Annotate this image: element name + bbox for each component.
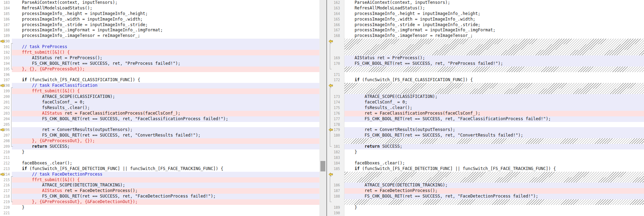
gutter-cell	[327, 44, 344, 50]
vertical-scrollbar-thumb[interactable]	[320, 161, 325, 171]
code-line[interactable]: 184 RefresAllModelsLoadStatus();	[0, 6, 319, 11]
code-line[interactable]: 186 processImageInfo_.width = inputImage…	[0, 17, 319, 22]
code-line[interactable]: 204 FS_CHK_BOOL_RET(ret == SUCCESS, ret,…	[0, 116, 319, 122]
code-line[interactable]: 220 }	[0, 205, 319, 210]
code-line[interactable]: 214 // task FaceDetectionProcess	[0, 172, 319, 177]
code-line[interactable]: 186 ATRACE_SCOPE(DETECTION_TRACKING);	[327, 183, 644, 188]
code-line[interactable]: 166 processImageInfo_.stride = inputImag…	[327, 22, 644, 28]
code-line[interactable]: 219 }, {&PreProcessOut}, {&FaceDetection…	[0, 199, 319, 205]
line-number: 199	[3, 89, 10, 93]
code-line[interactable]: 206 ret = ConvertResults(outputTensors);	[0, 127, 319, 133]
code-line[interactable]: 188 processImageInfo_.imgFormat = inputI…	[0, 28, 319, 33]
code-line[interactable]: 170 FS_CHK_BOOL_RET(ret == SUCCESS, ret,…	[327, 61, 644, 67]
code-text: ret = ConvertResults(outputTensors);	[12, 127, 319, 133]
code-line[interactable]: 162 ParseAiContext(context, inputTensors…	[327, 0, 644, 6]
code-line[interactable]: 198 // task FaceClassification	[0, 83, 319, 88]
code-line[interactable]: 213 if (funcSwitch_[FS_FACE_DETECTION_FU…	[0, 166, 319, 172]
code-line[interactable]: 201 faceClsConf_ = 0;	[0, 100, 319, 105]
merge-left-arrow-icon[interactable]	[328, 172, 333, 176]
code-text: ParseAiContext(context, inputTensors);	[12, 0, 319, 6]
missing-line[interactable]	[327, 138, 644, 144]
code-line[interactable]: 216 ATRACE_SCOPE(DETECTION_TRACKING);	[0, 183, 319, 188]
code-line[interactable]: 176 ret = FaceClassificationProcess(face…	[327, 111, 644, 116]
code-line[interactable]: 203 AIStatus ret = FaceClassificationPro…	[0, 111, 319, 116]
code-line[interactable]: 215 ffrt_submit([&]() {	[0, 177, 319, 183]
code-line[interactable]: 217 AIStatus ret = FaceDetectionProcess(…	[0, 188, 319, 194]
code-line[interactable]: 193 AIStatus ret = PreProcess();	[0, 55, 319, 61]
merge-right-arrow-icon[interactable]	[0, 128, 5, 132]
code-line[interactable]: 181 return SUCCESS;	[327, 144, 644, 149]
code-line[interactable]: 200 ATRACE_SCOPE(CLASSIFICATION);	[0, 94, 319, 100]
code-line[interactable]: 191 // task PreProcess	[0, 44, 319, 50]
code-line[interactable]: 210 }	[0, 149, 319, 155]
code-line[interactable]: 182 }	[327, 149, 644, 155]
code-line[interactable]: 192 ffrt_submit([&]() {	[0, 50, 319, 55]
code-line[interactable]: 165 processImageInfo_.width = inputImage…	[327, 17, 644, 22]
code-line[interactable]: 187 processImageInfo_.stride = inputImag…	[0, 22, 319, 28]
code-line[interactable]: 163 RefresAllModelsLoadStatus();	[327, 6, 644, 11]
left-pane[interactable]: 183 ParseAiContext(context, inputTensors…	[0, 0, 319, 216]
code-line[interactable]: 188 FS_CHK_BOOL_RET(ret == SUCCESS, ret,…	[327, 194, 644, 199]
code-line[interactable]: 174 faceClsConf_ = 0;	[327, 100, 644, 105]
code-line[interactable]: 194 FS_CHK_BOOL_RET(ret == SUCCESS, ret,…	[0, 61, 319, 67]
gutter-cell: 216	[0, 183, 12, 188]
code-line[interactable]: 207 FS_CHK_BOOL_RET(ret == SUCCESS, ret,…	[0, 133, 319, 138]
missing-line[interactable]	[327, 177, 644, 183]
missing-line[interactable]	[327, 50, 644, 55]
code-line[interactable]: 183	[327, 155, 644, 161]
code-line[interactable]: 208 }, {&PreProcessOut}, {});	[0, 138, 319, 144]
merge-left-arrow-icon[interactable]	[328, 128, 333, 132]
code-line[interactable]: 211	[0, 155, 319, 161]
code-line[interactable]: 180 FS_CHK_BOOL_RET(ret == SUCCESS, ret,…	[327, 133, 644, 138]
right-pane[interactable]: 162 ParseAiContext(context, inputTensors…	[327, 0, 644, 216]
code-line[interactable]: 178	[327, 122, 644, 128]
code-line[interactable]: 205	[0, 122, 319, 128]
code-line[interactable]: 185 processImageInfo_.height = inputImag…	[0, 11, 319, 17]
code-line[interactable]: 185 if (funcSwitch_[FS_FACE_DETECTION_FU…	[327, 166, 644, 172]
code-line[interactable]: 189 processImageInfo_.imageTensor = reIm…	[0, 33, 319, 39]
line-number: 162	[334, 1, 340, 5]
code-line[interactable]: 196	[0, 72, 319, 78]
code-line[interactable]: 218 FS_CHK_BOOL_RET(ret == SUCCESS, ret,…	[0, 194, 319, 199]
code-line[interactable]: 173 ATRACE_SCOPE(CLASSIFICATION);	[327, 94, 644, 100]
code-line[interactable]: 177 FS_CHK_BOOL_RET(ret == SUCCESS, ret,…	[327, 116, 644, 122]
merge-left-arrow-icon[interactable]	[328, 39, 333, 43]
merge-right-arrow-icon[interactable]	[0, 84, 5, 87]
code-line[interactable]: 197 if (funcSwitch_[FS_FACE_CLASSIFICATI…	[0, 77, 319, 83]
code-line[interactable]: 202 fsResults_.clear();	[0, 105, 319, 111]
missing-line[interactable]	[327, 199, 644, 205]
code-line[interactable]: 164 processImageInfo_.height = inputImag…	[327, 11, 644, 17]
merge-left-arrow-icon[interactable]	[328, 84, 333, 87]
code-line[interactable]: 209 return SUCCESS;	[0, 144, 319, 149]
gutter-cell: 210	[0, 149, 12, 155]
code-line[interactable]: 187 ret = FaceDetectionProcess();	[327, 188, 644, 194]
missing-line[interactable]	[327, 88, 644, 94]
code-line[interactable]: 195 }, {}, {&PreProcessOut});	[0, 67, 319, 72]
code-line[interactable]: 169 AIStatus ret = PreProcess();	[327, 55, 644, 61]
code-line[interactable]: 168 processImageInfo_.imageTensor = reIm…	[327, 33, 644, 39]
merge-right-arrow-icon[interactable]	[0, 39, 5, 43]
pane-splitter[interactable]	[319, 0, 327, 216]
code-line[interactable]: 190	[0, 39, 319, 44]
merge-right-arrow-icon[interactable]	[0, 172, 5, 176]
missing-line[interactable]	[327, 67, 644, 72]
code-line[interactable]: 190	[327, 210, 644, 216]
missing-line[interactable]	[327, 44, 644, 50]
missing-line[interactable]	[327, 172, 644, 177]
code-line[interactable]: 179 ret = ConvertResults(outputTensors);	[327, 127, 644, 133]
code-text: FS_CHK_BOOL_RET(ret == SUCCESS, ret, "Pr…	[12, 61, 319, 67]
code-text: AIStatus ret = FaceDetectionProcess();	[12, 188, 319, 194]
code-line[interactable]: 175 fsResults_.clear();	[327, 105, 644, 111]
code-line[interactable]: 212 faceBboxes_.clear();	[0, 161, 319, 166]
code-line[interactable]: 184 faceBboxes_.clear();	[327, 161, 644, 166]
code-line[interactable]: 199 ffrt_submit([&]() {	[0, 88, 319, 94]
code-line[interactable]: 183 ParseAiContext(context, inputTensors…	[0, 0, 319, 6]
code-line[interactable]: 221	[0, 210, 319, 216]
gutter-cell: 204	[0, 116, 12, 122]
code-line[interactable]: 171	[327, 72, 644, 78]
missing-line[interactable]	[327, 83, 644, 88]
code-line[interactable]: 189 }	[327, 205, 644, 210]
code-line[interactable]: 172 if (funcSwitch_[FS_FACE_CLASSIFICATI…	[327, 77, 644, 83]
missing-line[interactable]	[327, 39, 644, 44]
code-line[interactable]: 167 processImageInfo_.imgFormat = inputI…	[327, 28, 644, 33]
